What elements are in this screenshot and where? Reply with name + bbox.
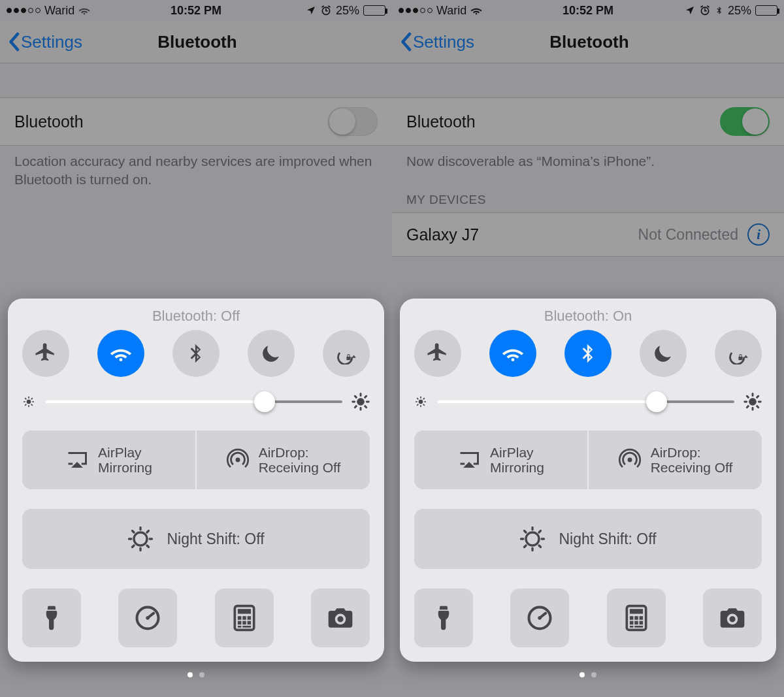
control-center: Bluetooth: On AirPlayMirroring AirDrop:R… [400, 299, 776, 662]
orientation-lock-toggle[interactable] [323, 330, 370, 377]
device-row[interactable]: Galaxy J7 Not Connected i [392, 212, 784, 257]
dnd-toggle[interactable] [248, 330, 295, 377]
bluetooth-desc: Now discoverable as “Momina’s iPhone”. [392, 146, 784, 177]
wifi-icon [110, 342, 132, 365]
nav-bar: Settings Bluetooth [392, 21, 784, 63]
airplane-toggle[interactable] [414, 330, 461, 377]
carrier-label: Warid [44, 4, 74, 18]
orientation-lock-toggle[interactable] [715, 330, 762, 377]
battery-pct: 25% [336, 4, 359, 18]
carrier-label: Warid [436, 4, 466, 18]
device-name: Galaxy J7 [406, 225, 638, 244]
camera-button[interactable] [703, 589, 762, 647]
dnd-toggle[interactable] [640, 330, 687, 377]
timer-button[interactable] [510, 589, 569, 647]
airdrop-icon [618, 448, 642, 472]
alarm-icon [699, 5, 711, 16]
timer-icon [133, 604, 162, 632]
brightness-low-icon [414, 395, 427, 408]
orientation-lock-icon [335, 342, 357, 365]
nightshift-button[interactable]: Night Shift: Off [22, 509, 370, 569]
bluetooth-label: Bluetooth [14, 112, 84, 131]
location-icon [685, 5, 695, 16]
camera-icon [326, 604, 355, 632]
cc-status-label: Bluetooth: Off [22, 308, 370, 325]
airdrop-button[interactable]: AirDrop:Receiving Off [589, 430, 762, 489]
calculator-icon [622, 604, 651, 632]
signal-dots-icon [399, 8, 433, 13]
brightness-slider[interactable] [414, 393, 762, 411]
bluetooth-row: Bluetooth [0, 97, 392, 146]
flashlight-icon [37, 604, 66, 632]
bluetooth-icon [715, 5, 724, 16]
airplane-icon [427, 342, 449, 365]
info-icon[interactable]: i [747, 223, 770, 246]
airplay-icon [457, 448, 481, 472]
wifi-icon [78, 5, 90, 16]
battery-pct: 25% [728, 4, 751, 18]
battery-icon [363, 5, 385, 16]
timer-button[interactable] [118, 589, 177, 647]
bluetooth-toggle[interactable] [720, 107, 770, 136]
cc-status-label: Bluetooth: On [414, 308, 762, 325]
airdrop-icon [226, 448, 250, 472]
brightness-low-icon [22, 395, 35, 408]
nightshift-icon [127, 526, 154, 552]
screen-right: Warid 10:52 PM 25% Settings Bluetooth Bl… [392, 0, 784, 697]
bluetooth-desc: Location accuracy and nearby services ar… [0, 146, 392, 196]
airplane-icon [35, 342, 57, 365]
brightness-slider[interactable] [22, 393, 370, 411]
camera-button[interactable] [311, 589, 370, 647]
orientation-lock-icon [727, 342, 749, 365]
page-title: Bluetooth [402, 32, 776, 52]
nightshift-button[interactable]: Night Shift: Off [414, 509, 762, 569]
nightshift-icon [519, 526, 546, 552]
nav-bar: Settings Bluetooth [0, 21, 392, 63]
status-bar: Warid 10:52 PM 25% [0, 0, 392, 21]
bluetooth-toggle[interactable] [328, 107, 378, 136]
bluetooth-toggle[interactable] [172, 330, 220, 377]
flashlight-button[interactable] [22, 589, 81, 647]
battery-icon [755, 5, 777, 16]
signal-dots-icon [7, 8, 41, 13]
airplay-icon [65, 448, 89, 472]
bluetooth-label: Bluetooth [406, 112, 476, 131]
device-status: Not Connected [638, 226, 738, 244]
page-indicator [392, 672, 784, 677]
bluetooth-row: Bluetooth [392, 97, 784, 146]
airplay-button[interactable]: AirPlayMirroring [22, 430, 195, 489]
wifi-toggle[interactable] [489, 330, 536, 377]
status-bar: Warid 10:52 PM 25% [392, 0, 784, 21]
screen-left: Warid 10:52 PM 25% Settings Bluetooth Bl… [0, 0, 392, 697]
bluetooth-icon [577, 342, 599, 365]
page-indicator [0, 672, 392, 677]
clock: 10:52 PM [563, 4, 613, 18]
moon-icon [652, 342, 674, 365]
airplane-toggle[interactable] [22, 330, 69, 377]
camera-icon [718, 604, 747, 632]
clock: 10:52 PM [171, 4, 221, 18]
control-center: Bluetooth: Off AirPlayMirroring AirDrop:… [8, 299, 384, 662]
wifi-toggle[interactable] [97, 330, 144, 377]
section-header-devices: MY DEVICES [392, 177, 784, 212]
calculator-button[interactable] [607, 589, 666, 647]
airdrop-button[interactable]: AirDrop:Receiving Off [197, 430, 370, 489]
location-icon [306, 5, 316, 16]
brightness-high-icon [351, 393, 370, 411]
page-title: Bluetooth [10, 32, 384, 52]
bluetooth-toggle[interactable] [564, 330, 612, 377]
airplay-button[interactable]: AirPlayMirroring [414, 430, 587, 489]
alarm-icon [320, 5, 332, 16]
wifi-icon [470, 5, 482, 16]
calculator-button[interactable] [215, 589, 274, 647]
bluetooth-icon [185, 342, 207, 365]
moon-icon [260, 342, 282, 365]
wifi-icon [502, 342, 524, 365]
flashlight-icon [429, 604, 458, 632]
flashlight-button[interactable] [414, 589, 473, 647]
brightness-high-icon [743, 393, 762, 411]
timer-icon [525, 604, 554, 632]
calculator-icon [230, 604, 259, 632]
